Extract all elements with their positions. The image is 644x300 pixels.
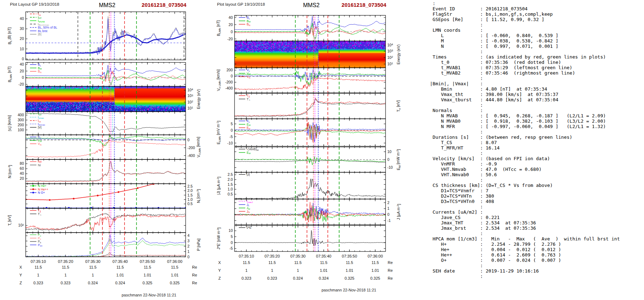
time-tick-label: 07:35:10 (239, 254, 254, 258)
panel-BL-Babs (26, 12, 186, 60)
ephem-value: 11.5 (372, 260, 379, 265)
series-Jmag (235, 179, 386, 199)
series-Babs (26, 16, 186, 54)
ephem-value: 0.325 (370, 276, 380, 280)
ytick-label: 0.5 (187, 202, 193, 206)
axis-label: J [µA m-2] (396, 204, 401, 220)
ephem-value: 0.324 (319, 276, 329, 280)
axis-label: Energy (eV) (196, 89, 201, 109)
ephem-value: 1.01 (171, 273, 178, 277)
ephem-value: 0.324 (293, 276, 303, 280)
ytick-label: 101 (187, 106, 193, 110)
ephem-value: 11.5 (62, 265, 69, 269)
ytick-label: -400 (225, 86, 233, 90)
series-Ptot (26, 235, 186, 257)
ephem-value: 11.5 (243, 260, 250, 265)
ephem-value: 11.5 (268, 260, 276, 265)
ytick-label: 104 (187, 88, 193, 92)
panel-electron-spectrogram (235, 41, 386, 68)
legend-label: tvmax (38, 116, 44, 120)
ephem-value: 11.5 (89, 265, 97, 269)
panel-Ti (26, 208, 186, 233)
ytick-label: 5 (231, 234, 233, 239)
ephem-value: 0.324 (115, 281, 125, 285)
ephem-value: 11.5 (320, 260, 327, 265)
ephem-value: 0.324 (88, 281, 98, 285)
axis-label: |Vi| [km/s] (7, 115, 12, 131)
ephem-value: 1 (297, 268, 299, 273)
ephem-row-label: Z (218, 276, 221, 280)
ytick-label: 10 (387, 149, 392, 154)
ytick-label: 20 (20, 69, 24, 73)
ytick-label: 0 (187, 255, 190, 259)
panel-Vi-mag (26, 112, 186, 135)
legend-label: N O+ (38, 191, 45, 194)
ephem-value: 0.325 (170, 281, 180, 285)
mms-reconnection-event-viewer: Plot Layout GP 19/10/2018 MMS2 20161218_… (0, 0, 644, 300)
series-BL-brst (26, 19, 186, 55)
legend-label: BN (38, 70, 41, 73)
ephem-value: 11.5 (144, 265, 151, 269)
ytick-label: 1.5 (227, 182, 233, 187)
legend-label: JN (247, 210, 250, 214)
ytick-label: 2 (187, 244, 190, 248)
ytick-label: -5 (230, 134, 233, 139)
series-Ni (26, 161, 186, 181)
time-tick-label: 07:35:30 (290, 254, 306, 258)
ytick-label: -1 (387, 218, 391, 223)
legend-label: T⊥ (247, 97, 251, 101)
time-tick-label: 07:36:00 (167, 259, 182, 264)
panel-N-density (26, 159, 186, 184)
ephem-row-label: X (218, 260, 221, 265)
ytick-label: 40 (228, 15, 233, 20)
ytick-label: 101 (387, 62, 393, 66)
legend-label: VN (38, 142, 41, 146)
time-tick-label: 07:35:30 (85, 259, 101, 264)
series-Pp (26, 239, 186, 257)
ytick-label: 1 (187, 249, 190, 254)
axis-label: BL,|B| [nT] (7, 27, 12, 45)
ephem-value: 1.01 (371, 268, 379, 273)
series-Te-par (235, 98, 386, 116)
panel-Te (235, 93, 386, 119)
ytick-label: 300 (17, 118, 24, 122)
series-Ne (26, 161, 186, 182)
ephem-unit: Re (192, 273, 197, 277)
ytick-label: 0 (387, 212, 389, 217)
event-info-panel: : Event ID : 20161218_073504 FlagStr : b… (430, 1, 620, 279)
legend-label: Ptot (38, 243, 42, 247)
ytick-label: 20 (20, 36, 24, 41)
ephem-value: 11.5 (171, 265, 178, 269)
ytick-label: 104 (387, 43, 393, 47)
ytick-label: 102 (18, 223, 24, 227)
ephem-unit: Re (192, 265, 197, 269)
ytick-label: 60 (20, 166, 24, 171)
ytick-label: 20 (20, 176, 24, 180)
ytick-label: 10 (20, 47, 24, 51)
axis-label: Energy (eV) (396, 44, 401, 64)
ytick-label: 0 (231, 74, 233, 78)
ephem-value: 11.5 (116, 265, 124, 269)
legend-label: BL, 50% of BL (38, 26, 57, 29)
ytick-label: 200 (226, 68, 233, 72)
ytick-label: 1.5 (187, 193, 193, 197)
legend-label: |B| (38, 32, 41, 36)
time-tick-label: 07:36:00 (368, 254, 383, 258)
axis-label: Ni [cm-3] (196, 189, 201, 203)
credit-line: paschmann 22-Nov-2018 11:21 (322, 288, 376, 292)
series-VN (26, 140, 186, 157)
axis-label: Te [eV] (396, 100, 401, 112)
ytick-label: 100 (17, 128, 24, 132)
panel-Ve-LMN (235, 68, 386, 93)
panel-B-LMN (26, 62, 186, 86)
axis-label: BLMN [nT] (216, 20, 221, 36)
ytick-label: 1 (387, 206, 389, 210)
ytick-label: 80 (20, 161, 24, 166)
ytick-label: 2.5 (187, 184, 193, 188)
axis-label: Ti [eV] (7, 215, 12, 226)
time-tick-label: 07:35:20 (265, 254, 280, 258)
credit-line: paschmann 22-Nov-2018 11:21 (122, 293, 176, 297)
series-Vmag (26, 113, 186, 132)
ephem-row-label: Y (218, 268, 221, 273)
ytick-label: 2.0 (187, 188, 193, 193)
